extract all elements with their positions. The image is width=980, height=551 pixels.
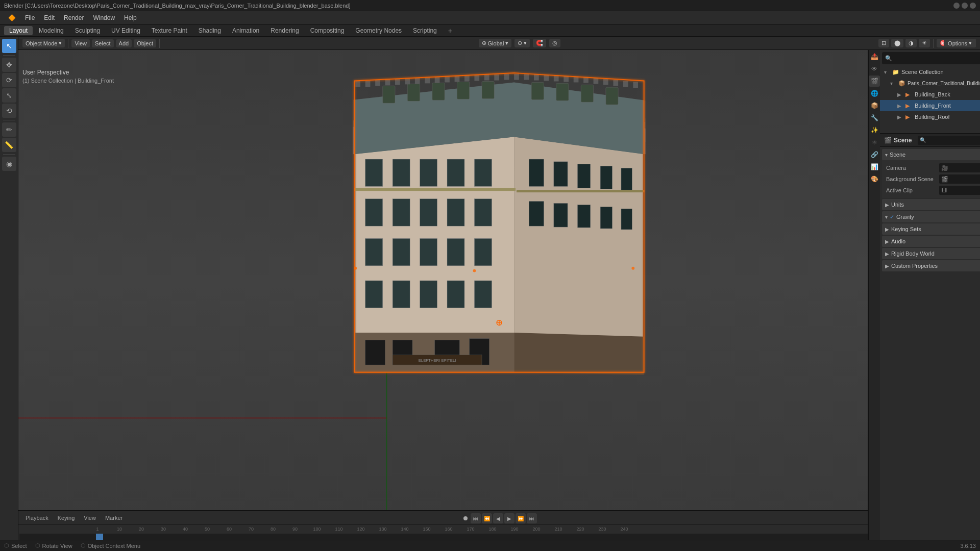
prop-tab-material[interactable]: 🎨 [869,173,880,185]
rotate-view-status: ⬡ Rotate View [35,542,72,549]
tool-rotate[interactable]: ⟳ [2,73,16,87]
menu-render[interactable]: Render [60,13,88,22]
keying-menu[interactable]: Keying [55,514,78,522]
jump-start-btn[interactable]: ⏮ [471,513,481,523]
frame-70: 70 [249,527,254,532]
prop-tab-scene[interactable]: 🎬 [869,76,880,87]
viewport-shading-material[interactable]: ◑ [905,39,917,47]
menu-edit[interactable]: Edit [40,13,59,22]
outliner-item-paris-building[interactable]: ▾ 📦 Paris_Corner_Traditional_Building 👁 … [880,78,980,89]
outliner-item-building-back[interactable]: ▶ ▶ Building_Back 👁 📷 [880,89,980,100]
tab-geometry-nodes[interactable]: Geometry Nodes [350,26,407,35]
proportional-edit[interactable]: ◎ [549,39,560,47]
properties-search[interactable]: 🔍 [918,136,980,145]
menu-window[interactable]: Window [89,13,119,22]
prop-tab-object[interactable]: 📦 [869,100,880,111]
playback-menu[interactable]: Playback [22,514,52,522]
tool-scale[interactable]: ⤡ [2,88,16,103]
tool-transform[interactable]: ⟲ [2,104,16,118]
background-scene-value[interactable]: 🎬 [939,174,980,184]
viewport-canvas[interactable]: ELEFTHERI EPITELI Use [18,50,980,510]
svg-text:ELEFTHERI EPITELI: ELEFTHERI EPITELI [419,358,456,363]
tab-rendering[interactable]: Rendering [265,26,304,35]
menu-blender[interactable]: 🔶 [4,13,20,22]
audio-header[interactable]: ▶ Audio [882,236,980,247]
pivot-point[interactable]: ⊙ ▾ [514,39,530,47]
rigid-body-header[interactable]: ▶ Rigid Body World [882,248,980,259]
window-controls[interactable] [953,3,976,9]
building-model: ELEFTHERI EPITELI [321,55,678,402]
options-button[interactable]: Options ▾ [944,39,976,47]
prop-tab-output[interactable]: 📤 [869,51,880,62]
tab-texture-paint[interactable]: Texture Paint [146,26,192,35]
tool-move[interactable]: ✥ [2,58,16,72]
svg-rect-52 [529,159,544,186]
outliner-item-building-roof[interactable]: ▶ ▶ Building_Roof 👁 📷 [880,111,980,122]
select-menu[interactable]: Select [92,39,114,47]
viewport-shading-wire[interactable]: ⊡ [878,39,889,47]
scene-section-header[interactable]: ▾ Scene [882,149,980,160]
prop-tab-physics[interactable]: ⚛ [869,137,880,148]
object-menu[interactable]: Object [134,39,156,47]
viewport-shading-solid[interactable]: ⬤ [891,39,903,47]
prop-tab-view[interactable]: 👁 [869,63,880,74]
tab-modeling[interactable]: Modeling [34,26,69,35]
step-forward-btn[interactable]: ⏩ [516,513,526,523]
play-btn[interactable]: ▶ [504,513,514,523]
snap-toggle[interactable]: 🧲 [533,39,546,47]
svg-rect-68 [393,238,410,265]
maximize-btn[interactable] [962,3,968,9]
paris-building-label: Paris_Corner_Traditional_Building [908,81,980,86]
view-menu-timeline[interactable]: View [81,514,99,522]
tool-select[interactable]: ↖ [2,39,16,53]
tool-annotate[interactable]: ✏ [2,122,16,137]
step-back-btn[interactable]: ⏪ [482,513,492,523]
tab-add[interactable]: + [443,26,457,36]
gravity-header[interactable]: ▾ ✓ Gravity [882,211,980,222]
prop-tab-particles[interactable]: ✨ [869,124,880,136]
tab-compositing[interactable]: Compositing [305,26,350,35]
background-scene-row: Background Scene 🎬 [886,173,980,185]
custom-props-header[interactable]: ▶ Custom Properties [882,260,980,271]
tab-sculpting[interactable]: Sculpting [70,26,105,35]
gravity-checkbox[interactable]: ✓ [890,214,894,220]
close-btn[interactable] [970,3,976,9]
menu-help[interactable]: Help [120,13,141,22]
tab-animation[interactable]: Animation [227,26,264,35]
keying-sets-header[interactable]: ▶ Keying Sets [882,223,980,235]
outliner-item-building-front[interactable]: ▶ ▶ Building_Front 👁 📷 [880,100,980,111]
tool-add[interactable]: ◉ [2,157,16,171]
viewport-shading-render[interactable]: ☀ [919,39,930,47]
outliner-search-input[interactable] [892,55,980,61]
marker-menu[interactable]: Marker [102,514,126,522]
add-menu[interactable]: Add [116,39,132,47]
units-header[interactable]: ▶ Units [882,199,980,210]
prop-tab-data[interactable]: 📊 [869,161,880,172]
prop-tab-modifier[interactable]: 🔧 [869,112,880,123]
transform-global[interactable]: ⊕ Global ▾ [479,39,512,47]
menu-file[interactable]: File [21,13,39,22]
tool-measure[interactable]: 📏 [2,138,16,152]
active-clip-value[interactable]: 🎞 [939,186,980,195]
play-reverse-btn[interactable]: ◀ [493,513,503,523]
main-viewport[interactable]: Object Mode ▾ View Select Add Object ⊕ G… [18,37,980,510]
object-mode-dropdown[interactable]: Object Mode ▾ [22,39,65,47]
prop-tab-world[interactable]: 🌐 [869,88,880,99]
header-sep-2 [159,39,160,48]
outliner-item-scene-collection[interactable]: ▾ 📁 Scene Collection 👁 📷 [880,66,980,78]
view-menu[interactable]: View [71,39,90,47]
prop-tab-constraints[interactable]: 🔗 [869,149,880,160]
viewport-background: ELEFTHERI EPITELI Use [18,50,980,510]
jump-end-btn[interactable]: ⏭ [527,513,537,523]
gravity-section: ▾ ✓ Gravity [882,211,980,222]
svg-rect-29 [464,76,470,82]
outliner-search-bar[interactable]: 🔍 [882,52,980,64]
minimize-btn[interactable] [953,3,960,9]
tab-scripting[interactable]: Scripting [408,26,442,35]
tab-shading[interactable]: Shading [193,26,226,35]
svg-rect-43 [603,79,608,85]
camera-value[interactable]: 🎥 [939,163,980,172]
tab-uv-editing[interactable]: UV Editing [106,26,145,35]
titlebar: Blender [C:\Users\Torezone\Desktop\Paris… [0,0,980,11]
tab-layout[interactable]: Layout [4,26,33,35]
